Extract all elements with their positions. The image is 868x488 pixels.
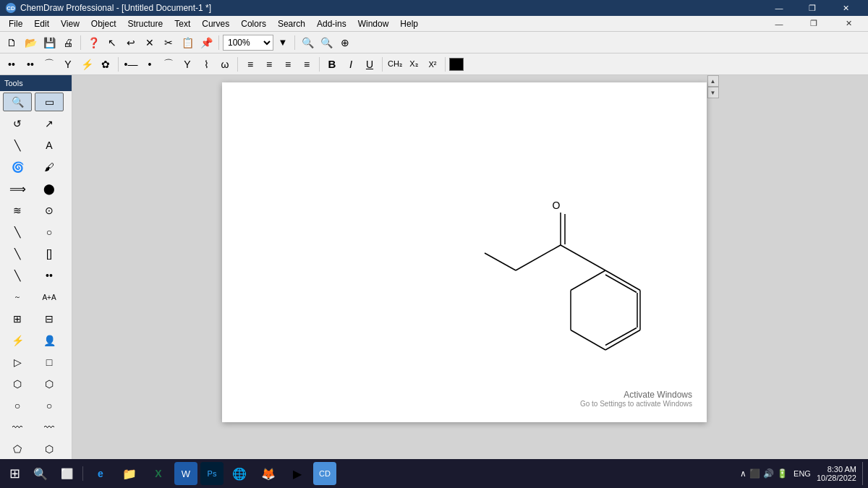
network-icon[interactable]: ⬛ [749,468,760,479]
battery-icon[interactable]: 🔋 [777,468,788,479]
app-restore[interactable]: ❐ [797,16,830,32]
scroll-up-button[interactable]: ▲ [707,75,719,87]
menu-search[interactable]: Search [272,16,311,32]
start-button[interactable]: ⊞ [3,462,26,485]
subscript-x2[interactable]: X₂ [405,56,422,72]
bond-tool[interactable]: ╲ [3,136,32,155]
search-button[interactable]: 🔍 [29,462,52,485]
magnify-tool[interactable]: ○ [35,223,64,241]
dash2-tool[interactable]: ╲ [3,266,32,285]
color-swatch[interactable] [449,58,464,71]
dots-tool[interactable]: •• [35,266,64,285]
prev-arrow2[interactable]: •— [122,56,140,73]
triangle-tool[interactable]: ▷ [3,353,32,372]
minimize-button[interactable]: — [762,0,796,16]
zoom-in-button[interactable]: 🔍 [299,34,316,51]
menu-file[interactable]: File [3,16,28,32]
taskbar-word[interactable]: W [174,462,197,485]
text-tool[interactable]: A [35,136,64,155]
open-button[interactable]: 📂 [22,34,39,51]
cut-button[interactable]: ✂ [160,34,177,51]
auto-name-tool[interactable]: A+A [35,288,64,307]
clock[interactable]: 8:30 AM 10/28/2022 [817,465,856,482]
arrow2-tool[interactable]: ⟹ [3,179,32,198]
arc-btn[interactable]: ⌒ [41,56,58,73]
align-center-button[interactable]: ≡ [260,56,278,72]
lasso-tool[interactable]: ▭ [35,93,64,111]
pent-tool[interactable]: ⬡ [3,374,32,393]
menu-addins[interactable]: Add-ins [311,16,352,32]
menu-text[interactable]: Text [169,16,196,32]
underline-button[interactable]: U [361,56,378,72]
justify-button[interactable]: ≡ [298,56,315,72]
taskbar-chemdraw[interactable]: CD [313,462,336,485]
menu-structure[interactable]: Structure [122,16,169,32]
taskbar-edge[interactable]: e [88,461,114,487]
taskview-button[interactable]: ⬜ [55,462,78,485]
taskbar-chrome2[interactable]: 🦊 [255,461,281,487]
scroll-down-button[interactable]: ▼ [707,87,719,98]
menu-object[interactable]: Object [85,16,122,32]
expand-icon[interactable]: ∧ [740,468,746,479]
menu-curves[interactable]: Curves [196,16,235,32]
maximize-button[interactable]: ❐ [796,0,829,16]
fit-page-button[interactable]: ⊕ [336,34,354,51]
zoom-dropdown[interactable]: ▼ [275,35,291,51]
ellipse-tool[interactable]: ○ [3,396,32,415]
paste-button[interactable]: 📌 [197,34,215,51]
canvas-area[interactable]: O Activate Windows Go to Settings to act… [72,75,868,466]
wavy-btn[interactable]: Y [59,56,77,73]
atom-tool[interactable]: ⚡ [3,331,32,350]
subscript-ch2[interactable]: CH₂ [386,56,404,72]
menu-edit[interactable]: Edit [28,16,55,32]
wedge-tool[interactable]: ╲ [3,223,32,241]
bracket2-tool[interactable]: [] [35,244,64,263]
zoom-out-button[interactable]: 🔍 [318,34,335,51]
hex2-tool[interactable]: ⬡ [35,440,64,458]
superscript-x2[interactable]: X² [424,56,441,72]
zoom-select[interactable]: 100% 50% 75% 150% 200% [223,35,273,51]
print-button[interactable]: 🖨 [59,34,77,51]
chain2-btn[interactable]: ω [216,56,234,73]
hex-tool[interactable]: ⬡ [35,374,64,393]
shield-tool[interactable]: ⬠ [3,440,32,458]
rotate-tool[interactable]: ↺ [3,114,32,133]
app-minimize[interactable]: — [762,16,796,32]
cursor-button[interactable]: ↖ [103,34,121,51]
taskbar-adobe-ps[interactable]: Ps [200,462,224,485]
ring2-tool[interactable]: ⊙ [35,201,64,220]
arc2-btn[interactable]: ⌒ [160,56,177,73]
align-right-button[interactable]: ≡ [279,56,297,72]
dashed-tool[interactable]: ≋ [3,201,32,220]
new-button[interactable]: 🗋 [3,34,20,51]
arrow-tool[interactable]: ↗ [35,114,64,133]
chain-btn[interactable]: ⚡ [78,56,95,73]
wavy2-tool[interactable]: ～ [3,288,32,307]
taskbar-chrome1[interactable]: 🌐 [226,461,252,487]
dot-btn[interactable]: • [141,56,158,73]
menu-view[interactable]: View [55,16,85,32]
bold-button[interactable]: B [323,56,341,72]
align-left-button[interactable]: ≡ [242,56,259,72]
app-close[interactable]: ✕ [832,16,865,32]
wave-tool[interactable]: 〰 [3,418,32,437]
taskbar-files[interactable]: 📁 [116,461,142,487]
ring-btn[interactable]: ✿ [97,56,114,73]
menu-colors[interactable]: Colors [235,16,272,32]
next-arrow[interactable]: •• [22,56,39,73]
arrow-btn[interactable]: Y [179,56,196,73]
circle2-tool[interactable]: ○ [35,396,64,415]
redo-button[interactable]: ✕ [141,34,158,51]
charge-tool[interactable]: 👤 [35,331,64,350]
taskbar-media[interactable]: ▶ [284,461,310,487]
menu-window[interactable]: Window [352,16,395,32]
grid-tool[interactable]: ⊟ [35,309,64,328]
undo-button[interactable]: ↩ [122,34,140,51]
close-button[interactable]: ✕ [829,0,862,16]
save-button[interactable]: 💾 [41,34,58,51]
menu-help[interactable]: Help [394,16,424,32]
prev-arrow[interactable]: •• [3,56,20,73]
italic-button[interactable]: I [342,56,359,72]
sound-icon[interactable]: 🔊 [763,468,774,479]
bond-btn[interactable]: ⌇ [197,56,215,73]
